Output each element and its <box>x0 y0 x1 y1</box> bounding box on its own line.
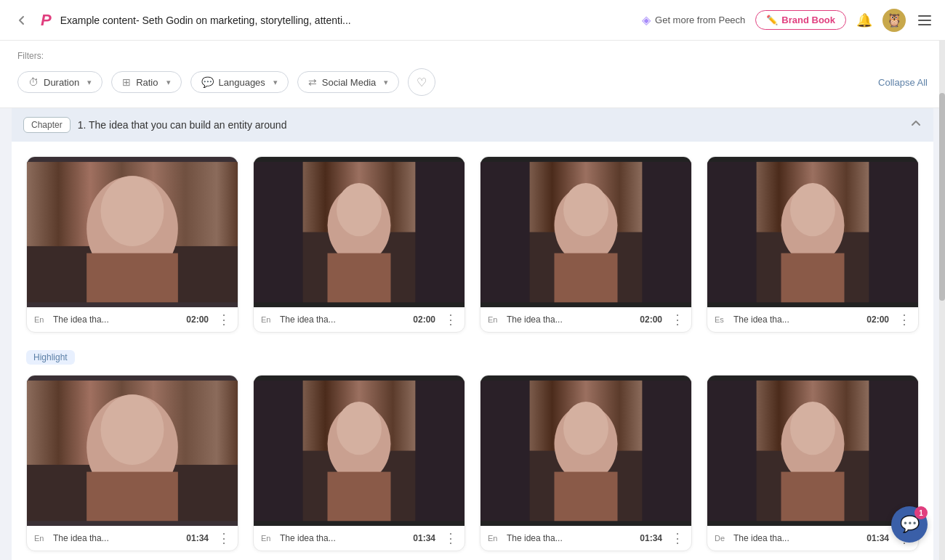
peech-promo-label: Get more from Peech <box>655 15 745 25</box>
cards-section: En The idea tha... 02:00 ⋮ <box>12 142 933 560</box>
svg-rect-16 <box>555 253 618 303</box>
card-6-more-button[interactable]: ⋮ <box>444 532 457 545</box>
card-8-lang: De <box>715 534 729 543</box>
ratio-icon: ⊞ <box>122 76 131 88</box>
chapter-collapse-button[interactable] <box>910 118 922 132</box>
social-media-label: Social Media <box>322 77 376 88</box>
scrollbar[interactable] <box>939 41 945 560</box>
svg-rect-45 <box>781 472 845 522</box>
card-3-more-button[interactable]: ⋮ <box>671 313 684 326</box>
languages-chevron-icon: ▾ <box>273 78 278 87</box>
languages-filter[interactable]: 💬 Languages ▾ <box>190 71 289 93</box>
scrollbar-thumb[interactable] <box>939 93 945 301</box>
chapter-header: Chapter 1. The idea that you can build a… <box>12 108 933 142</box>
card-4[interactable]: Es The idea tha... 02:00 ⋮ <box>707 156 919 333</box>
card-3-info: En The idea tha... 02:00 ⋮ <box>480 307 691 332</box>
card-6-name: The idea tha... <box>280 533 409 543</box>
card-4-thumbnail <box>707 157 918 307</box>
card-1-more-button[interactable]: ⋮ <box>217 313 230 326</box>
share-icon: ⇄ <box>308 76 317 88</box>
peech-promo[interactable]: ◈ Get more from Peech <box>642 13 745 27</box>
card-7-more-button[interactable]: ⋮ <box>671 532 684 545</box>
duration-label: Duration <box>44 77 79 88</box>
card-8-info: De The idea tha... 01:34 ⋮ <box>707 526 918 551</box>
card-7-duration: 01:34 <box>640 533 662 543</box>
menu-line-3 <box>918 24 931 25</box>
filters-bar: Filters: ⏱ Duration ▾ ⊞ Ratio ▾ 💬 Langua… <box>0 41 945 108</box>
card-2-more-button[interactable]: ⋮ <box>444 313 457 326</box>
hamburger-menu[interactable] <box>916 15 933 25</box>
social-media-chevron-icon: ▾ <box>384 78 388 87</box>
card-1-duration: 02:00 <box>186 315 209 325</box>
filters-label: Filters: <box>17 51 928 61</box>
card-6-thumbnail <box>254 376 465 526</box>
collapse-all-button[interactable]: Collapse All <box>878 77 928 88</box>
clock-icon: ⏱ <box>28 76 39 88</box>
card-3-thumbnail <box>480 157 691 307</box>
card-4-lang: Es <box>715 315 729 324</box>
card-3[interactable]: En The idea tha... 02:00 ⋮ <box>480 156 692 333</box>
top-cards-grid: En The idea tha... 02:00 ⋮ <box>26 156 919 333</box>
card-7-info: En The idea tha... 01:34 ⋮ <box>480 526 691 551</box>
card-1-thumbnail <box>27 157 238 307</box>
card-5-lang: En <box>34 534 49 543</box>
card-4-name: The idea tha... <box>733 315 862 325</box>
card-2-thumbnail <box>254 157 465 307</box>
svg-point-44 <box>790 402 835 455</box>
notifications-bell[interactable]: 🔔 <box>856 12 872 28</box>
card-7-thumbnail <box>480 376 691 526</box>
card-3-duration: 02:00 <box>640 315 662 325</box>
languages-label: Languages <box>219 77 265 88</box>
card-3-name: The idea tha... <box>507 315 635 325</box>
page-title: Example content- Seth Godin on marketing… <box>60 15 633 26</box>
card-5-more-button[interactable]: ⋮ <box>217 532 230 545</box>
svg-point-32 <box>337 402 382 455</box>
chapter-title: 1. The idea that you can build an entity… <box>78 119 903 131</box>
app-logo: P <box>41 11 52 30</box>
topnav-right-section: ◈ Get more from Peech ✏️ Brand Book 🔔 🦉 <box>642 9 933 32</box>
back-button[interactable] <box>12 10 32 31</box>
card-2-duration: 02:00 <box>413 315 435 325</box>
ratio-label: Ratio <box>136 77 158 88</box>
brand-book-button[interactable]: ✏️ Brand Book <box>755 10 846 30</box>
card-7[interactable]: En The idea tha... 01:34 ⋮ <box>480 375 692 551</box>
card-5-name: The idea tha... <box>53 533 182 543</box>
card-4-more-button[interactable]: ⋮ <box>898 313 911 326</box>
menu-line-1 <box>918 15 931 17</box>
card-2-lang: En <box>261 315 276 324</box>
chat-badge: 1 <box>914 506 928 519</box>
social-media-filter[interactable]: ⇄ Social Media ▾ <box>297 71 399 93</box>
heart-icon: ♡ <box>417 76 427 89</box>
favorites-filter[interactable]: ♡ <box>408 68 435 96</box>
duration-filter[interactable]: ⏱ Duration ▾ <box>17 71 102 93</box>
card-2-name: The idea tha... <box>280 315 409 325</box>
card-5-thumbnail <box>27 376 238 526</box>
svg-point-26 <box>101 394 164 465</box>
card-3-lang: En <box>488 315 502 324</box>
card-6[interactable]: En The idea tha... 01:34 ⋮ <box>253 375 465 551</box>
svg-rect-4 <box>87 253 178 303</box>
card-8-name: The idea tha... <box>733 533 862 543</box>
card-1-lang: En <box>34 315 49 324</box>
svg-point-3 <box>101 176 164 246</box>
speech-icon: 💬 <box>201 76 214 88</box>
ratio-filter[interactable]: ⊞ Ratio ▾ <box>111 71 181 93</box>
card-4-info: Es The idea tha... 02:00 ⋮ <box>707 307 918 332</box>
bottom-cards-grid: En The idea tha... 01:34 ⋮ <box>26 375 919 551</box>
card-1[interactable]: En The idea tha... 02:00 ⋮ <box>26 156 238 333</box>
chat-button[interactable]: 💬 1 <box>891 506 928 543</box>
card-1-name: The idea tha... <box>53 315 182 325</box>
duration-chevron-icon: ▾ <box>87 78 92 87</box>
chapter-badge: Chapter <box>23 117 71 133</box>
card-7-name: The idea tha... <box>507 533 635 543</box>
svg-point-9 <box>337 183 382 236</box>
highlight-section-label: Highlight <box>26 350 75 365</box>
card-8[interactable]: De The idea tha... 01:34 ⋮ <box>707 375 919 551</box>
card-5-info: En The idea tha... 01:34 ⋮ <box>27 526 238 551</box>
card-6-duration: 01:34 <box>413 533 435 543</box>
card-5[interactable]: En The idea tha... 01:34 ⋮ <box>26 375 238 551</box>
card-6-lang: En <box>261 534 276 543</box>
avatar[interactable]: 🦉 <box>882 9 906 32</box>
main-content: Chapter 1. The idea that you can build a… <box>0 108 945 560</box>
card-2[interactable]: En The idea tha... 02:00 ⋮ <box>253 156 465 333</box>
